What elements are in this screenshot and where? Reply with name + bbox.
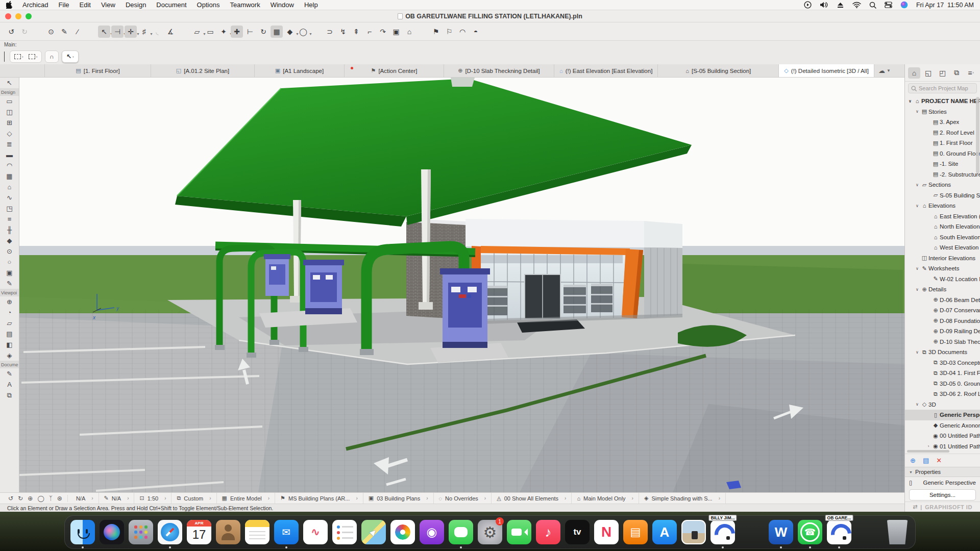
toolbox-tool[interactable]: ▭ bbox=[0, 96, 19, 107]
apple-menu-icon[interactable] bbox=[6, 1, 17, 9]
view-tab[interactable]: ⌂ [S-05 Building Section] bbox=[658, 64, 779, 77]
toolbar-icon[interactable]: ◯ ▼ bbox=[297, 26, 309, 38]
toolbox-tool[interactable]: ⊙ bbox=[0, 246, 19, 257]
toolbar-icon[interactable]: ▼ bbox=[85, 26, 97, 38]
dock-item[interactable] bbox=[390, 519, 415, 545]
toolbar-icon[interactable]: ↺ ▼ bbox=[5, 26, 17, 38]
quick-option-field[interactable]: N/A › bbox=[68, 493, 99, 504]
quick-option-field[interactable]: ⚑ MS Building Plans (AR... › bbox=[275, 493, 363, 504]
tree-row[interactable]: ⌂ South Elevation (A bbox=[905, 232, 980, 243]
toolbox-tool[interactable]: ⌂ bbox=[0, 182, 19, 192]
play-icon[interactable] bbox=[804, 1, 812, 9]
toolbox-tool[interactable]: ✎ bbox=[0, 278, 19, 289]
dock-item[interactable]: APR 17 bbox=[186, 519, 212, 545]
expander-icon[interactable]: ∨ bbox=[914, 109, 920, 114]
tree-row[interactable]: ▤ 2. Roof Level bbox=[905, 128, 980, 138]
tree-row[interactable]: ⊕ D-06 Beam Detail bbox=[905, 295, 980, 306]
tree-row[interactable]: ∨ ✎ Worksheets bbox=[905, 263, 980, 274]
toolbar-icon[interactable]: ⇞ ▼ bbox=[350, 26, 362, 38]
dock-item[interactable]: ✉ bbox=[274, 519, 299, 545]
titlebar[interactable]: OB GAREUTLWANE FILLING STATION (LETLHAKA… bbox=[0, 10, 980, 22]
marquee-rect-button[interactable]: › bbox=[27, 54, 40, 59]
quick-option-field[interactable]: ✎ N/A › bbox=[99, 493, 135, 504]
toolbar-icon[interactable]: ✎ ▼ bbox=[58, 26, 70, 38]
toolbox-tool[interactable]: ⧉ bbox=[0, 390, 19, 400]
toolbar-icon[interactable]: ◟ ▼ bbox=[151, 26, 163, 38]
tree-row[interactable]: ⊕ D-08 Foundation D bbox=[905, 316, 980, 327]
quick-nav-icon[interactable]: ↻ bbox=[18, 495, 23, 502]
toolbar-icon[interactable]: ∡ ▼ bbox=[164, 26, 177, 38]
eject-icon[interactable] bbox=[837, 2, 844, 9]
wifi-icon[interactable] bbox=[852, 2, 861, 8]
expander-icon[interactable]: ∨ bbox=[914, 287, 920, 292]
toolbox-tool[interactable]: ◇ bbox=[0, 128, 19, 139]
view-tab[interactable]: ▤ [1. First Floor] bbox=[45, 64, 151, 77]
expander-icon[interactable]: ∨ bbox=[914, 402, 920, 407]
toolbar-icon[interactable]: ⚑ ▼ bbox=[430, 26, 442, 38]
search-icon[interactable] bbox=[869, 2, 876, 9]
toolbox-tool[interactable]: ◔ bbox=[0, 307, 19, 318]
expander-icon[interactable]: › bbox=[925, 444, 932, 448]
minimize-window-button[interactable] bbox=[15, 13, 21, 19]
tree-row[interactable]: ⧉ 3D-03 Conceptual bbox=[905, 358, 980, 368]
tree-row[interactable]: ∨ ▱ Sections bbox=[905, 180, 980, 190]
toolbar-icon[interactable]: ⊣ ▼ bbox=[111, 26, 124, 38]
toolbar-icon[interactable]: ↖ ▼ bbox=[98, 26, 110, 38]
dock-item[interactable]: ◉ bbox=[419, 519, 445, 545]
tree-row[interactable]: ⊕ D-07 Conservancy bbox=[905, 305, 980, 316]
tree-row[interactable]: ∨ ⌂ Elevations bbox=[905, 201, 980, 211]
toolbar-icon[interactable]: ∕ ▼ bbox=[71, 26, 84, 38]
quick-option-field[interactable]: ⧉ Custom › bbox=[172, 493, 216, 504]
navigator-mode-icon[interactable]: ⧉ › bbox=[950, 67, 963, 79]
menu-item[interactable]: Archicad bbox=[17, 1, 54, 9]
menu-item[interactable]: Window bbox=[265, 1, 299, 9]
dock-item[interactable] bbox=[739, 519, 765, 545]
expander-icon[interactable]: ∨ bbox=[914, 204, 920, 208]
toolbar-icon[interactable]: ✦ ▼ bbox=[217, 26, 230, 38]
tree-row[interactable]: ▤ -2. Substructure bbox=[905, 169, 980, 180]
menubar-clock[interactable]: Fri Apr 1711:50 AM bbox=[916, 2, 974, 9]
view-tab[interactable]: ⚑ [Action Center] bbox=[345, 64, 444, 77]
dock-item[interactable]: A bbox=[652, 519, 677, 545]
volume-icon[interactable] bbox=[820, 1, 828, 9]
toolbox-tool[interactable]: ≣ bbox=[0, 139, 19, 149]
tree-row[interactable]: ▤ 3. Apex bbox=[905, 117, 980, 128]
expander-icon[interactable]: ∨ bbox=[914, 183, 920, 187]
tree-row[interactable]: ⌂ North Elevation (A bbox=[905, 221, 980, 232]
toolbar-icon[interactable]: ⊃ ▼ bbox=[324, 26, 336, 38]
viewpoint-settings-button[interactable]: ▤ bbox=[923, 457, 929, 464]
navigator-mode-icon[interactable]: ⌂ › bbox=[908, 67, 920, 79]
toolbar-icon[interactable]: ▣ ▼ bbox=[390, 26, 402, 38]
toolbox-tool[interactable]: ◧ bbox=[0, 339, 19, 350]
dock-item[interactable]: ▤ bbox=[623, 519, 648, 545]
quick-nav-icon[interactable]: ↺ bbox=[8, 495, 13, 502]
dock-item[interactable]: BILLY JIM... bbox=[710, 519, 736, 545]
tree-row[interactable]: ✎ W-02 Location Ma bbox=[905, 274, 980, 285]
toolbar-icon[interactable]: ✚ ▼ bbox=[231, 26, 243, 38]
dock-item[interactable] bbox=[681, 519, 706, 545]
quick-nav-icon[interactable]: ◯ bbox=[37, 495, 44, 502]
dock-item[interactable] bbox=[244, 519, 270, 545]
dock-item[interactable] bbox=[128, 519, 154, 545]
tree-row[interactable]: ▯ Generic Perspect bbox=[905, 410, 980, 420]
toolbar-icon[interactable]: ↯ ▼ bbox=[337, 26, 349, 38]
tree-row[interactable]: ⊕ D-10 Slab Theckni bbox=[905, 337, 980, 347]
dock-item[interactable]: 1 ⚙ bbox=[477, 519, 503, 545]
magnet-button[interactable]: ∩ bbox=[47, 53, 56, 60]
dock-item[interactable] bbox=[70, 519, 95, 545]
dock-item[interactable] bbox=[215, 519, 241, 545]
dock-item[interactable] bbox=[506, 519, 532, 545]
tree-row[interactable]: ▤ 0. Ground Floor bbox=[905, 148, 980, 159]
tree-scrollbar[interactable] bbox=[976, 97, 979, 173]
control-center-icon[interactable] bbox=[885, 2, 892, 8]
quick-option-field[interactable]: ◌ No Overrides › bbox=[434, 493, 492, 504]
toolbar-icon[interactable]: ▼ bbox=[310, 26, 323, 38]
tree-row[interactable]: ◉ 00 Untitled Path bbox=[905, 431, 980, 441]
settings-button[interactable]: Settings... bbox=[909, 489, 976, 500]
toolbar-icon[interactable]: ⊢ ▼ bbox=[244, 26, 256, 38]
toolbar-icon[interactable]: ⌐ ▼ bbox=[363, 26, 376, 38]
tree-row[interactable]: ⊕ D-09 Railing Detai bbox=[905, 326, 980, 337]
3d-viewport[interactable]: y x bbox=[19, 78, 904, 492]
quick-option-field[interactable]: ▦ Entire Model › bbox=[217, 493, 276, 504]
dock-item[interactable]: N bbox=[594, 519, 619, 545]
